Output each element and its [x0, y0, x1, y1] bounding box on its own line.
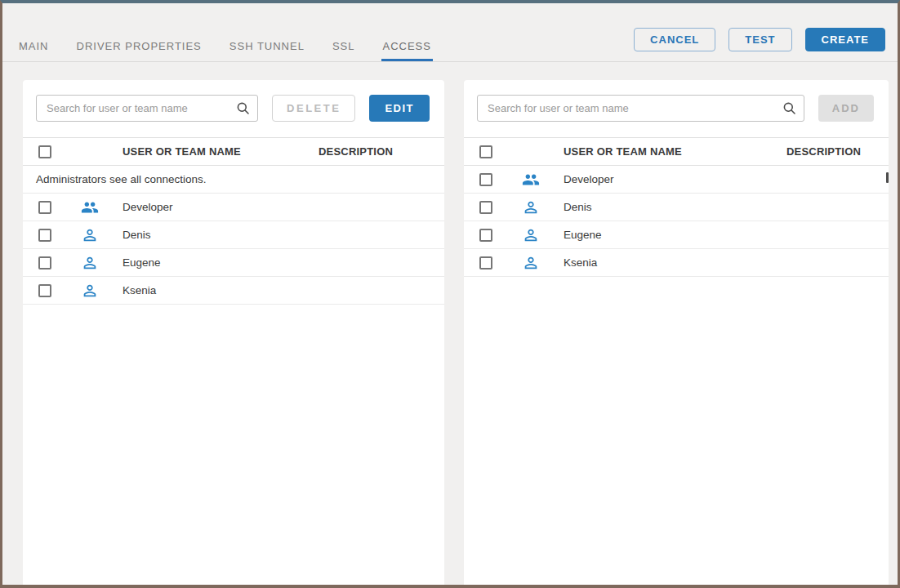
team-icon: [522, 171, 540, 189]
user-or-team-name: Denis: [549, 201, 786, 213]
user-icon: [81, 282, 99, 300]
tab-ssh-tunnel[interactable]: SSH TUNNEL: [228, 33, 306, 61]
available-table-header: USER OR TEAM NAME DESCRIPTION: [464, 137, 889, 166]
search-input[interactable]: [36, 95, 258, 122]
user-or-team-name: Developer: [549, 173, 786, 185]
user-or-team-name: Ksenia: [549, 256, 786, 269]
row-checkbox[interactable]: [38, 256, 51, 270]
row-checkbox[interactable]: [38, 284, 51, 297]
granted-toolbar: DELETE EDIT: [23, 80, 444, 137]
user-icon: [81, 254, 99, 272]
row-checkbox[interactable]: [479, 201, 492, 214]
table-row[interactable]: Developer: [23, 194, 444, 221]
column-description: DESCRIPTION: [786, 145, 889, 158]
row-checkbox[interactable]: [38, 229, 51, 242]
available-users-panel: ADD USER OR TEAM NAME DESCRIPTION Develo…: [464, 80, 889, 585]
granted-table-header: USER OR TEAM NAME DESCRIPTION: [23, 137, 444, 166]
granted-table-body: DeveloperDenisEugeneKsenia: [23, 194, 444, 305]
column-user-or-team-name: USER OR TEAM NAME: [108, 145, 319, 158]
tab-access[interactable]: ACCESS: [381, 33, 433, 61]
row-checkbox[interactable]: [479, 173, 492, 186]
column-user-or-team-name: USER OR TEAM NAME: [549, 145, 786, 158]
user-icon: [522, 226, 540, 244]
row-checkbox[interactable]: [479, 256, 492, 270]
available-toolbar: ADD: [464, 80, 889, 137]
user-or-team-name: Developer: [108, 201, 319, 213]
edit-button[interactable]: EDIT: [369, 95, 430, 122]
available-table-body: DeveloperDenisEugeneKsenia: [464, 166, 889, 277]
create-button[interactable]: CREATE: [805, 28, 885, 51]
user-or-team-name: Denis: [108, 229, 319, 241]
table-row[interactable]: Eugene: [23, 249, 444, 277]
scrollbar-thumb[interactable]: [886, 172, 889, 183]
column-description: DESCRIPTION: [319, 145, 444, 158]
tab-driver-properties[interactable]: DRIVER PROPERTIES: [75, 33, 203, 61]
user-or-team-name: Ksenia: [108, 284, 319, 296]
search-input[interactable]: [477, 95, 804, 122]
select-all-checkbox[interactable]: [479, 145, 492, 158]
tab-main[interactable]: MAIN: [17, 33, 51, 61]
administrators-notice: Administrators see all connections.: [23, 166, 444, 194]
granted-access-panel: DELETE EDIT USER OR TEAM NAME DESCRIPTIO…: [23, 80, 444, 585]
user-icon: [522, 254, 540, 272]
dialog-header: MAIN DRIVER PROPERTIES SSH TUNNEL SSL AC…: [2, 3, 898, 62]
access-tab-content: DELETE EDIT USER OR TEAM NAME DESCRIPTIO…: [2, 62, 898, 585]
table-row[interactable]: Ksenia: [23, 277, 444, 305]
user-or-team-name: Eugene: [549, 229, 786, 241]
table-row[interactable]: Denis: [23, 221, 444, 249]
cancel-button[interactable]: CANCEL: [634, 28, 715, 51]
table-row[interactable]: Eugene: [464, 221, 889, 249]
delete-button[interactable]: DELETE: [272, 95, 355, 122]
table-row[interactable]: Ksenia: [464, 249, 889, 277]
user-or-team-name: Eugene: [108, 256, 319, 269]
connection-dialog: MAIN DRIVER PROPERTIES SSH TUNNEL SSL AC…: [0, 0, 900, 588]
tab-ssl[interactable]: SSL: [331, 33, 357, 61]
test-button[interactable]: TEST: [728, 28, 791, 51]
dialog-actions: CANCEL TEST CREATE: [634, 28, 885, 51]
row-checkbox[interactable]: [38, 201, 51, 214]
table-row[interactable]: Developer: [464, 166, 889, 194]
row-checkbox[interactable]: [479, 229, 492, 242]
granted-searchbox: [36, 95, 258, 122]
user-icon: [522, 198, 540, 216]
user-icon: [81, 226, 99, 244]
available-searchbox: [477, 95, 804, 122]
add-button[interactable]: ADD: [818, 95, 874, 122]
team-icon: [81, 198, 99, 216]
select-all-checkbox[interactable]: [38, 145, 51, 158]
table-row[interactable]: Denis: [464, 194, 889, 221]
